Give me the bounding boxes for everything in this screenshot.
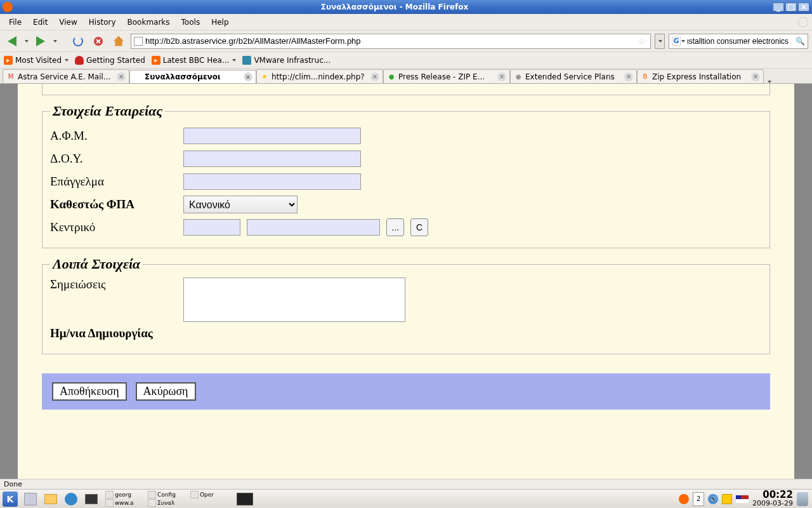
home-button[interactable] — [110, 33, 127, 50]
input-central-code[interactable] — [183, 219, 240, 236]
taskbar-entry[interactable] — [105, 491, 114, 498]
show-desktop-button[interactable] — [41, 491, 60, 507]
bookmark-vmware[interactable]: VMware Infrastruc... — [242, 56, 331, 65]
firefox-tray-icon[interactable] — [679, 494, 689, 504]
clear-button[interactable]: C — [410, 218, 428, 236]
rss-icon: ▸ — [152, 56, 160, 65]
label-doy: Δ.Ο.Υ. — [50, 152, 177, 166]
tab-label: Press Release - ZIP E... — [398, 72, 495, 81]
bookmark-most-visited[interactable]: ▸Most Visited — [4, 56, 69, 65]
volume-icon[interactable]: 🔊 — [708, 494, 718, 504]
desktop-icon — [44, 494, 57, 504]
tab-close-icon[interactable]: × — [244, 72, 252, 81]
maximize-button[interactable]: □ — [785, 3, 797, 11]
input-central-desc[interactable] — [247, 219, 380, 236]
konsole-button[interactable] — [82, 491, 101, 507]
reload-button[interactable] — [70, 33, 86, 50]
menu-edit[interactable]: Edit — [28, 17, 53, 28]
back-button[interactable] — [4, 33, 20, 50]
window-titlebar: Συναλλασσόμενοι - Mozilla Firefox _ □ × — [0, 0, 812, 14]
taskbar-entry-label: www.a — [115, 500, 147, 506]
clock[interactable]: 00:22 2009-03-29 — [752, 491, 793, 507]
system-button[interactable] — [21, 491, 40, 507]
input-afm[interactable] — [183, 128, 361, 144]
konqueror-icon — [65, 493, 77, 505]
browser-tab[interactable]: ★http://clim...nindex.php?× — [256, 69, 383, 83]
close-button[interactable]: × — [798, 3, 809, 11]
menu-view[interactable]: View — [54, 17, 82, 28]
computer-icon — [24, 493, 37, 505]
search-engine-dropdown[interactable] — [681, 40, 685, 43]
textarea-notes[interactable] — [183, 277, 405, 322]
browser-tab[interactable]: ●Press Release - ZIP E...× — [383, 69, 510, 83]
bookmark-label: Most Visited — [15, 56, 62, 65]
search-box[interactable]: G 🔍 — [669, 34, 808, 49]
save-button[interactable]: Αποθήκευση — [52, 382, 127, 401]
desktop-pager[interactable]: 2 — [693, 492, 704, 506]
trash-icon[interactable] — [797, 492, 808, 506]
klipper-icon[interactable] — [722, 494, 732, 504]
input-profession[interactable] — [183, 173, 361, 190]
menu-file[interactable]: File — [4, 17, 27, 28]
firefox-icon — [3, 2, 13, 12]
tab-bar: MAstra Service A.E. Mail...×Συναλλασσόμε… — [0, 69, 812, 84]
tab-label: Συναλλασσόμενοι — [145, 72, 241, 81]
fieldset-company: Στοιχεία Εταιρείας Α.Φ.Μ. Δ.Ο.Υ. Επάγγελ… — [42, 103, 770, 248]
forward-history-dropdown[interactable] — [53, 40, 57, 43]
taskbar-entry[interactable] — [148, 499, 156, 507]
tab-overflow-dropdown[interactable] — [764, 81, 774, 83]
label-afm: Α.Φ.Μ. — [50, 129, 177, 143]
browser-tab[interactable]: ●Extended Service Plans× — [510, 69, 637, 83]
konqueror-button[interactable] — [62, 491, 81, 507]
url-input[interactable] — [145, 36, 636, 46]
tab-close-icon[interactable]: × — [624, 72, 633, 81]
label-created-date: Ημ/νια Δημιουργίας — [50, 326, 153, 340]
menu-tools[interactable]: Tools — [176, 17, 206, 28]
tab-close-icon[interactable]: × — [497, 72, 506, 81]
lookup-button[interactable]: ... — [386, 218, 404, 236]
menu-help[interactable]: Help — [206, 17, 233, 28]
google-icon[interactable]: G — [672, 37, 681, 46]
mozilla-icon — [75, 56, 84, 65]
bookmark-getting-started[interactable]: Getting Started — [75, 56, 145, 65]
content-area[interactable]: Στοιχεία Εταιρείας Α.Φ.Μ. Δ.Ο.Υ. Επάγγελ… — [0, 84, 812, 479]
forward-button[interactable] — [32, 33, 49, 50]
bookmark-latest-bbc[interactable]: ▸Latest BBC Hea... — [152, 56, 237, 65]
legend-other: Λοιπά Στοιχεία — [50, 256, 143, 272]
search-go-icon[interactable]: 🔍 — [796, 37, 805, 46]
vmware-icon — [242, 56, 251, 65]
browser-tab[interactable]: BZip Express Installation× — [637, 69, 764, 83]
upper-fieldset-edge — [42, 84, 770, 95]
menu-bookmarks[interactable]: Bookmarks — [122, 17, 175, 28]
search-input[interactable] — [687, 37, 796, 46]
tab-close-icon[interactable]: × — [370, 72, 379, 81]
tab-close-icon[interactable]: × — [117, 72, 126, 81]
kmenu-button[interactable]: K — [1, 491, 20, 507]
taskbar-entry[interactable] — [105, 499, 114, 507]
minimize-button[interactable]: _ — [773, 3, 784, 11]
tab-close-icon[interactable]: × — [751, 72, 760, 81]
taskbar-entry[interactable] — [190, 491, 199, 498]
cancel-button[interactable]: Ακύρωση — [136, 382, 196, 401]
clock-time: 00:22 — [752, 491, 793, 499]
select-vat-status[interactable]: Κανονικό — [183, 196, 298, 213]
favicon: ★ — [260, 72, 269, 81]
status-bar: Done — [0, 479, 812, 489]
label-notes: Σημειώσεις — [50, 277, 177, 291]
url-bar[interactable]: ☆ — [131, 34, 651, 49]
browser-tab[interactable]: MAstra Service A.E. Mail...× — [3, 69, 129, 83]
browser-tab[interactable]: Συναλλασσόμενοι× — [129, 70, 256, 84]
url-history-dropdown[interactable] — [655, 34, 665, 49]
label-central: Κεντρικό — [50, 220, 177, 234]
terminal-icon — [85, 494, 98, 504]
taskbar-konsole[interactable] — [235, 491, 254, 507]
back-history-dropdown[interactable] — [25, 40, 29, 43]
keyboard-layout-icon[interactable] — [736, 495, 749, 503]
menu-history[interactable]: History — [84, 17, 121, 28]
label-profession: Επάγγελμα — [50, 175, 177, 189]
stop-button[interactable] — [90, 33, 107, 50]
bookmark-star-icon[interactable]: ☆ — [638, 36, 646, 46]
taskbar-entry[interactable] — [148, 491, 156, 498]
favicon: ● — [514, 72, 523, 81]
input-doy[interactable] — [183, 150, 361, 167]
